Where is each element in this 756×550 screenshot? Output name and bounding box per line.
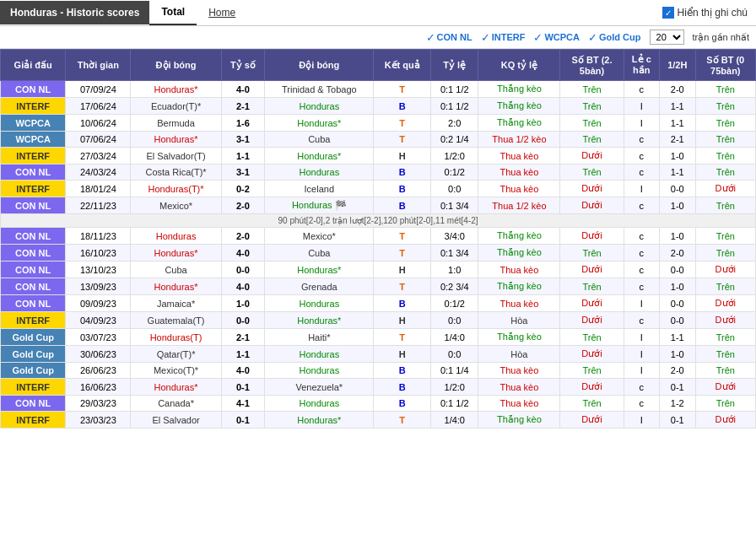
date-cell: 27/03/24 (66, 148, 131, 164)
score-cell: 0-1 (221, 412, 264, 429)
filter-connl[interactable]: ✓ CON NL (426, 31, 472, 44)
team2-cell: Honduras* (265, 312, 374, 329)
team1-cell: Mexico(T)* (131, 363, 221, 379)
half-cell: 1-0 (659, 278, 695, 295)
score-cell: 3-1 (221, 164, 264, 181)
bt25-cell: Trên (560, 81, 624, 98)
lechan-cell: I (624, 329, 659, 346)
bt25-cell: Dưới (560, 228, 624, 245)
bt75-cell: Trên (695, 329, 755, 346)
date-cell: 22/11/23 (66, 197, 131, 214)
bt75-cell: Trên (695, 245, 755, 262)
lechan-cell: I (624, 181, 659, 197)
team1-cell: Jamaica* (131, 295, 221, 312)
table-row: INTERF18/01/24Honduras(T)*0-2IcelandB0:0… (1, 181, 756, 197)
table-row: INTERF16/06/23Honduras*0-1Venezuela*B1/2… (1, 379, 756, 396)
col-half: 1/2H (659, 50, 695, 81)
lechan-cell: c (624, 132, 659, 148)
filter-wcpca[interactable]: ✓ WCPCA (533, 31, 580, 44)
league-cell: INTERF (1, 312, 66, 329)
half-cell: 2-0 (659, 245, 695, 262)
col-date: Thời gian (66, 50, 131, 81)
team1-cell: El Salvador (131, 412, 221, 429)
table-row: INTERF23/03/23El Salvador0-1Honduras*T1/… (1, 412, 756, 429)
league-cell: Gold Cup (1, 329, 66, 346)
team1-cell: Cuba (131, 262, 221, 278)
tab-home[interactable]: Home (197, 1, 247, 24)
lechan-cell: c (624, 197, 659, 214)
ratio-cell: 0:1/2 (431, 295, 478, 312)
result-cell: Thua 1/2 kèo (478, 132, 560, 148)
ratio-cell: 0:1 1/2 (431, 81, 478, 98)
score-cell: 0-2 (221, 181, 264, 197)
count-select[interactable]: 20 10 30 50 (650, 30, 684, 45)
kq-cell: H (374, 312, 431, 329)
team1-cell: Honduras (131, 228, 221, 245)
filter-row: ✓ CON NL ✓ INTERF ✓ WCPCA ✓ Gold Cup 20 … (0, 26, 756, 49)
half-cell: 1-1 (659, 164, 695, 181)
lechan-cell: I (624, 115, 659, 132)
result-cell: Thua kèo (478, 148, 560, 164)
result-cell: Hòa (478, 312, 560, 329)
note-row: 90 phút[2-0],2 trận lượt[2-2],120 phút[2… (1, 214, 756, 228)
team1-cell: Honduras* (131, 132, 221, 148)
table-row: CON NL09/09/23Jamaica*1-0HondurasB0:1/2T… (1, 295, 756, 312)
ratio-cell: 1/4:0 (431, 412, 478, 429)
kq-cell: B (374, 379, 431, 396)
bt75-cell: Dưới (695, 412, 755, 429)
kq-cell: T (374, 278, 431, 295)
kq-cell: T (374, 228, 431, 245)
kq-cell: T (374, 81, 431, 98)
ratio-cell: 3/4:0 (431, 228, 478, 245)
bt25-cell: Dưới (560, 181, 624, 197)
league-cell: CON NL (1, 228, 66, 245)
col-league: Giải đấu (1, 50, 66, 81)
table-row: CON NL13/09/23Honduras*4-0GrenadaT0:2 3/… (1, 278, 756, 295)
col-ratio: Tỷ lệ (431, 50, 478, 81)
display-checkbox[interactable]: ✓ Hiển thị ghi chú (662, 7, 756, 19)
league-cell: INTERF (1, 412, 66, 429)
date-cell: 07/09/24 (66, 81, 131, 98)
bt75-cell: Dưới (695, 312, 755, 329)
bt25-cell: Trên (560, 278, 624, 295)
score-cell: 0-0 (221, 262, 264, 278)
bt25-cell: Trên (560, 98, 624, 115)
kq-cell: B (374, 98, 431, 115)
table-row: INTERF04/09/23Guatemala(T)0-0Honduras*H0… (1, 312, 756, 329)
half-cell: 1-2 (659, 396, 695, 412)
lechan-cell: c (624, 228, 659, 245)
lechan-cell: c (624, 262, 659, 278)
kq-cell: B (374, 295, 431, 312)
team1-cell: Honduras(T)* (131, 181, 221, 197)
half-cell: 1-0 (659, 197, 695, 214)
team2-cell: Honduras* (265, 262, 374, 278)
col-bt75: Số BT (075bàn) (695, 50, 755, 81)
ratio-cell: 0:1 1/4 (431, 363, 478, 379)
result-cell: Thắng kèo (478, 412, 560, 429)
half-cell: 0-0 (659, 262, 695, 278)
bt75-cell: Dưới (695, 262, 755, 278)
ratio-cell: 2:0 (431, 115, 478, 132)
half-cell: 1-0 (659, 228, 695, 245)
half-cell: 1-0 (659, 148, 695, 164)
filter-goldcup[interactable]: ✓ Gold Cup (588, 31, 641, 44)
score-cell: 1-1 (221, 148, 264, 164)
date-cell: 29/03/23 (66, 396, 131, 412)
bt75-cell: Trên (695, 81, 755, 98)
lechan-cell: c (624, 164, 659, 181)
date-cell: 04/09/23 (66, 312, 131, 329)
table-wrap: Giải đấu Thời gian Đội bóng Tỷ số Đội bó… (0, 49, 756, 429)
half-cell: 2-0 (659, 81, 695, 98)
page-title: Honduras - Historic scores (0, 1, 149, 24)
bt75-cell: Trên (695, 228, 755, 245)
date-cell: 10/06/24 (66, 115, 131, 132)
score-cell: 4-1 (221, 396, 264, 412)
league-cell: CON NL (1, 278, 66, 295)
team2-cell: Trinidad & Tobago (265, 81, 374, 98)
result-cell: Thua kèo (478, 295, 560, 312)
kq-cell: T (374, 245, 431, 262)
tab-total[interactable]: Total (149, 0, 197, 25)
filter-interf[interactable]: ✓ INTERF (481, 31, 526, 44)
date-cell: 09/09/23 (66, 295, 131, 312)
app-container: Honduras - Historic scores Total Home ✓ … (0, 0, 756, 429)
